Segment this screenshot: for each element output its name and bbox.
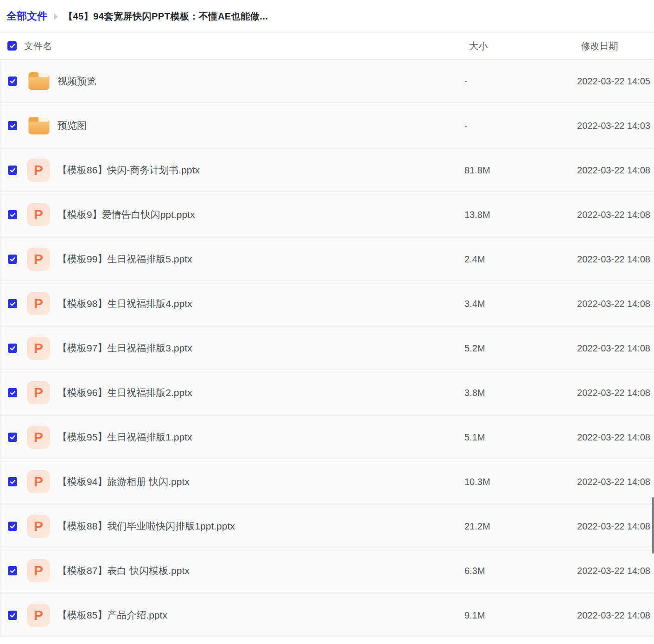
check-icon — [10, 123, 16, 128]
table-row[interactable]: P 【模板97】生日祝福排版3.pptx 5.2M 2022-03-22 14:… — [0, 326, 654, 370]
file-list: P 视频预览 - 2022-03-22 14:05 P 预 — [0, 59, 654, 637]
table-row[interactable]: P 【模板86】快闪-商务计划书.pptx 81.8M 2022-03-22 1… — [0, 148, 654, 192]
check-icon — [10, 613, 16, 618]
file-size: 6.3M — [464, 566, 562, 576]
breadcrumb: 全部文件 【45】94套宽屏快闪PPT模板：不懂AE也能做... — [0, 0, 654, 32]
check-icon — [10, 435, 16, 440]
check-icon — [10, 79, 16, 84]
folder-icon — [27, 71, 50, 91]
scrollbar-thumb[interactable] — [652, 497, 654, 554]
row-checkbox[interactable] — [8, 77, 17, 86]
check-icon — [10, 346, 16, 351]
file-date: 2022-03-22 14:08 — [562, 432, 654, 443]
chevron-right-icon — [54, 13, 58, 20]
powerpoint-file-icon: P — [27, 159, 50, 182]
file-size: 3.8M — [464, 388, 562, 398]
breadcrumb-current-folder: 【45】94套宽屏快闪PPT模板：不懂AE也能做... — [63, 10, 268, 23]
row-checkbox[interactable] — [8, 121, 17, 130]
check-icon — [10, 301, 16, 306]
breadcrumb-root-link[interactable]: 全部文件 — [6, 9, 47, 23]
file-size: - — [464, 76, 562, 87]
file-name[interactable]: 预览图 — [57, 119, 464, 132]
file-size: 81.8M — [464, 165, 562, 176]
table-row[interactable]: P 预览图 - 2022-03-22 14:03 — [0, 104, 654, 147]
file-name[interactable]: 【模板99】生日祝福排版5.pptx — [57, 253, 464, 266]
file-size: 9.1M — [464, 610, 562, 621]
file-size: 2.4M — [464, 254, 562, 265]
file-date: 2022-03-22 14:05 — [562, 76, 654, 87]
file-date: 2022-03-22 14:08 — [562, 610, 654, 621]
file-size: - — [464, 121, 562, 131]
powerpoint-file-icon: P — [27, 248, 50, 271]
check-icon — [9, 44, 15, 49]
file-name[interactable]: 【模板96】生日祝福排版2.pptx — [57, 386, 464, 399]
file-date: 2022-03-22 14:08 — [562, 299, 654, 309]
row-checkbox[interactable] — [8, 299, 17, 308]
row-checkbox[interactable] — [8, 522, 17, 531]
file-size: 3.4M — [464, 299, 562, 309]
file-date: 2022-03-22 14:03 — [562, 121, 654, 131]
file-date: 2022-03-22 14:08 — [562, 477, 654, 487]
table-row[interactable]: P 【模板99】生日祝福排版5.pptx 2.4M 2022-03-22 14:… — [0, 237, 654, 281]
powerpoint-file-icon: P — [27, 337, 50, 360]
file-name[interactable]: 【模板95】生日祝福排版1.pptx — [57, 431, 464, 444]
table-row[interactable]: P 【模板87】表白 快闪模板.pptx 6.3M 2022-03-22 14:… — [0, 549, 654, 593]
column-header-size: 大小 — [464, 40, 562, 52]
table-row[interactable]: P 【模板98】生日祝福排版4.pptx 3.4M 2022-03-22 14:… — [0, 282, 654, 325]
row-checkbox[interactable] — [8, 388, 17, 397]
table-row[interactable]: P 【模板96】生日祝福排版2.pptx 3.8M 2022-03-22 14:… — [0, 371, 654, 414]
file-name[interactable]: 【模板9】爱情告白快闪ppt.pptx — [57, 208, 464, 221]
file-date: 2022-03-22 14:08 — [562, 254, 654, 265]
row-checkbox[interactable] — [8, 477, 17, 486]
powerpoint-file-icon: P — [27, 515, 50, 538]
folder-icon — [27, 115, 50, 136]
row-checkbox[interactable] — [8, 255, 17, 264]
file-size: 13.8M — [464, 210, 562, 220]
powerpoint-file-icon: P — [27, 559, 50, 582]
powerpoint-file-icon: P — [27, 426, 50, 449]
file-size: 5.2M — [464, 343, 562, 354]
file-name[interactable]: 【模板98】生日祝福排版4.pptx — [57, 297, 464, 310]
check-icon — [10, 212, 16, 217]
file-date: 2022-03-22 14:08 — [562, 521, 654, 532]
check-icon — [10, 168, 16, 173]
row-checkbox[interactable] — [8, 344, 17, 353]
file-name[interactable]: 【模板85】产品介绍.pptx — [57, 609, 464, 622]
powerpoint-file-icon: P — [27, 203, 50, 226]
check-icon — [10, 524, 16, 529]
powerpoint-file-icon: P — [27, 292, 50, 315]
table-row[interactable]: P 【模板94】旅游相册 快闪.pptx 10.3M 2022-03-22 14… — [0, 460, 654, 504]
row-checkbox[interactable] — [8, 166, 17, 175]
file-name[interactable]: 【模板88】我们毕业啦快闪排版1ppt.pptx — [57, 520, 464, 533]
file-name[interactable]: 【模板87】表白 快闪模板.pptx — [57, 564, 464, 577]
file-name[interactable]: 【模板86】快闪-商务计划书.pptx — [57, 164, 464, 177]
file-size: 21.2M — [464, 521, 562, 532]
file-date: 2022-03-22 14:08 — [562, 388, 654, 398]
check-icon — [10, 479, 16, 485]
check-icon — [10, 390, 16, 395]
table-row[interactable]: P 【模板85】产品介绍.pptx 9.1M 2022-03-22 14:08 — [0, 593, 654, 637]
file-size: 5.1M — [464, 432, 562, 443]
powerpoint-file-icon: P — [27, 604, 50, 627]
row-checkbox[interactable] — [8, 433, 17, 442]
check-icon — [10, 257, 16, 262]
powerpoint-file-icon: P — [27, 381, 50, 404]
file-date: 2022-03-22 14:08 — [562, 165, 654, 176]
file-size: 10.3M — [464, 477, 562, 487]
file-date: 2022-03-22 14:08 — [562, 343, 654, 354]
row-checkbox[interactable] — [8, 566, 17, 575]
file-name[interactable]: 【模板94】旅游相册 快闪.pptx — [57, 475, 464, 488]
file-name[interactable]: 视频预览 — [57, 75, 464, 88]
table-row[interactable]: P 【模板88】我们毕业啦快闪排版1ppt.pptx 21.2M 2022-03… — [0, 504, 654, 548]
file-table-header: 文件名 大小 修改日期 — [0, 32, 654, 59]
powerpoint-file-icon: P — [27, 470, 50, 493]
file-name[interactable]: 【模板97】生日祝福排版3.pptx — [57, 342, 464, 355]
select-all-checkbox[interactable] — [7, 41, 17, 51]
table-row[interactable]: P 【模板9】爱情告白快闪ppt.pptx 13.8M 2022-03-22 1… — [0, 193, 654, 236]
row-checkbox[interactable] — [8, 611, 17, 620]
column-header-filename: 文件名 — [24, 40, 52, 52]
table-row[interactable]: P 【模板95】生日祝福排版1.pptx 5.1M 2022-03-22 14:… — [0, 415, 654, 459]
table-row[interactable]: P 视频预览 - 2022-03-22 14:05 — [0, 59, 654, 103]
check-icon — [10, 568, 16, 574]
row-checkbox[interactable] — [8, 210, 17, 219]
